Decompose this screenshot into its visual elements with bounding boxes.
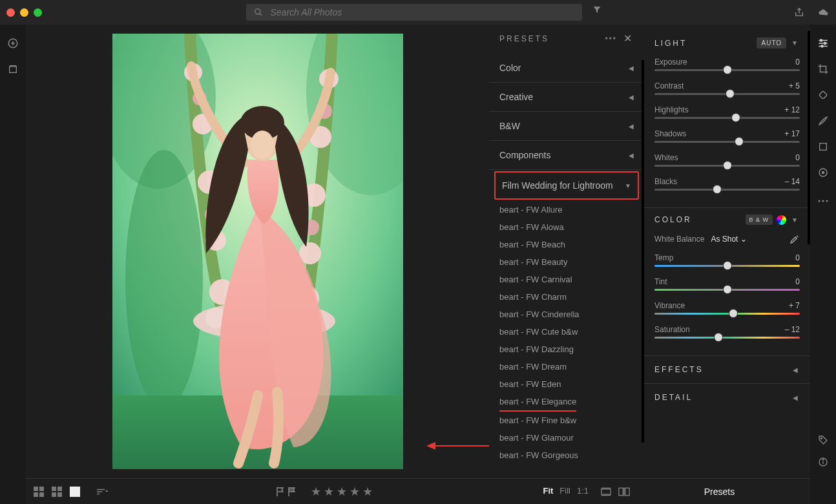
blacks-slider[interactable]: Blacks– 14 xyxy=(654,177,800,191)
presets-panel: PRESETS ••• ✕ Color◀ Creative◀ B&W◀ Comp… xyxy=(489,25,644,478)
filter-icon[interactable] xyxy=(591,4,603,16)
preset-group-film-wedding[interactable]: Film Wedding for Lightroom▼ xyxy=(494,171,639,200)
main-area: PRESETS ••• ✕ Color◀ Creative◀ B&W◀ Comp… xyxy=(26,25,810,478)
svg-point-18 xyxy=(822,200,824,202)
preset-item[interactable]: beart - FW Carnival xyxy=(489,271,644,288)
right-tool-rail xyxy=(810,25,836,478)
preset-item[interactable]: beart - FW Beauty xyxy=(489,253,644,271)
adjust-scrollbar[interactable] xyxy=(808,31,810,244)
filmstrip-icon[interactable] xyxy=(600,486,612,498)
svg-point-0 xyxy=(255,9,260,14)
close-window-button[interactable] xyxy=(6,8,15,17)
search-input[interactable] xyxy=(271,7,576,17)
temp-slider[interactable]: Temp0 xyxy=(654,253,800,267)
presets-close-icon[interactable]: ✕ xyxy=(623,32,634,45)
detail-section[interactable]: DETAIL◀ xyxy=(644,383,810,411)
preset-item[interactable]: beart - FW Charm xyxy=(489,288,644,306)
photo-canvas[interactable] xyxy=(26,25,489,478)
bottom-bar: ★★★★★ Fit Fill 1:1 Presets xyxy=(26,478,810,504)
highlights-slider[interactable]: Highlights+ 12 xyxy=(654,105,800,119)
sort-icon[interactable] xyxy=(97,486,109,498)
flag-reject-icon[interactable] xyxy=(287,487,297,497)
left-rail xyxy=(0,25,26,478)
compare-icon[interactable] xyxy=(618,486,630,498)
svg-point-10 xyxy=(824,43,826,45)
preset-item[interactable]: beart - FW Cinderella xyxy=(489,306,644,323)
zoom-1to1[interactable]: 1:1 xyxy=(577,486,589,498)
grid-view-icon[interactable] xyxy=(34,487,44,497)
grid-small-view-icon[interactable] xyxy=(52,487,62,497)
exposure-slider[interactable]: Exposure0 xyxy=(654,58,800,71)
flag-pick-icon[interactable] xyxy=(276,487,285,497)
contrast-slider[interactable]: Contrast+ 5 xyxy=(654,81,800,95)
tag-icon[interactable] xyxy=(817,434,829,446)
zoom-fit[interactable]: Fit xyxy=(543,486,553,498)
svg-rect-13 xyxy=(819,91,828,100)
brush-icon[interactable] xyxy=(817,115,829,127)
zoom-fill[interactable]: Fill xyxy=(559,486,570,498)
presets-menu-icon[interactable]: ••• xyxy=(605,34,617,43)
svg-point-12 xyxy=(821,45,823,47)
share-icon[interactable] xyxy=(793,6,805,18)
preset-item[interactable]: beart - FW Beach xyxy=(489,236,644,253)
linear-gradient-icon[interactable] xyxy=(817,141,829,152)
preset-item[interactable]: beart - FW Fine b&w xyxy=(489,412,644,429)
wb-dropdown[interactable]: As Shot ⌄ xyxy=(711,235,746,244)
more-icon[interactable] xyxy=(817,195,829,207)
preset-item[interactable]: beart - FW Allure xyxy=(489,201,644,218)
svg-line-1 xyxy=(259,14,261,16)
info-icon[interactable] xyxy=(817,456,829,468)
collapse-icon: ◀ xyxy=(629,152,634,159)
preset-item[interactable]: beart - FW Alowa xyxy=(489,218,644,236)
section-caret-icon[interactable]: ▼ xyxy=(791,39,800,47)
search-icon xyxy=(253,6,264,18)
preset-group-bw[interactable]: B&W◀ xyxy=(489,112,644,141)
light-section: LIGHT AUTO ▼ Exposure0 Contrast+ 5 Highl… xyxy=(644,31,810,207)
bw-toggle-button[interactable]: B & W xyxy=(746,215,773,225)
crop-icon[interactable] xyxy=(817,63,829,75)
svg-rect-60 xyxy=(625,488,630,495)
eyedropper-icon[interactable] xyxy=(789,234,800,244)
preset-item-selected[interactable]: beart - FW Elegance xyxy=(499,393,576,412)
presets-button[interactable]: Presets xyxy=(704,487,735,497)
library-icon[interactable] xyxy=(7,63,19,75)
single-view-icon[interactable] xyxy=(70,487,80,497)
preset-item[interactable]: beart - FW Dream xyxy=(489,358,644,375)
svg-point-17 xyxy=(819,200,820,202)
collapse-icon: ◀ xyxy=(629,65,634,72)
preset-group-color[interactable]: Color◀ xyxy=(489,54,644,83)
edit-sliders-icon[interactable] xyxy=(817,37,829,49)
preset-item[interactable]: beart - FW Gorgeous xyxy=(489,446,644,464)
whites-slider[interactable]: Whites0 xyxy=(654,153,800,167)
preset-item[interactable]: beart - FW Dazzling xyxy=(489,341,644,358)
preset-item[interactable]: beart - FW Eden xyxy=(489,375,644,393)
color-mixer-icon[interactable] xyxy=(777,215,786,225)
svg-rect-5 xyxy=(10,67,17,72)
maximize-window-button[interactable] xyxy=(34,8,42,17)
svg-point-20 xyxy=(820,437,822,439)
preset-group-creative[interactable]: Creative◀ xyxy=(489,83,644,112)
preset-group-components[interactable]: Components◀ xyxy=(489,141,644,170)
radial-gradient-icon[interactable] xyxy=(817,167,829,178)
svg-point-27 xyxy=(125,150,203,408)
add-photo-icon[interactable] xyxy=(7,37,19,49)
cloud-icon[interactable] xyxy=(818,6,830,18)
saturation-slider[interactable]: Saturation– 12 xyxy=(654,325,800,339)
flag-controls[interactable] xyxy=(276,487,297,497)
search-box[interactable] xyxy=(246,4,582,21)
preset-item[interactable]: beart - FW Cute b&w xyxy=(489,323,644,341)
heal-icon[interactable] xyxy=(817,89,829,101)
expand-icon: ▼ xyxy=(625,182,631,189)
preset-item[interactable]: beart - FW Glamour xyxy=(489,429,644,446)
shadows-slider[interactable]: Shadows+ 17 xyxy=(654,129,800,143)
tint-slider[interactable]: Tint0 xyxy=(654,277,800,291)
section-caret-icon[interactable]: ▼ xyxy=(791,216,800,224)
minimize-window-button[interactable] xyxy=(20,8,28,17)
effects-section[interactable]: EFFECTS◀ xyxy=(644,355,810,383)
svg-rect-56 xyxy=(601,489,611,494)
rating-stars[interactable]: ★★★★★ xyxy=(311,485,375,499)
svg-point-50 xyxy=(251,131,274,159)
adjust-panel: LIGHT AUTO ▼ Exposure0 Contrast+ 5 Highl… xyxy=(644,25,810,478)
auto-button[interactable]: AUTO xyxy=(757,37,786,48)
vibrance-slider[interactable]: Vibrance+ 7 xyxy=(654,301,800,315)
